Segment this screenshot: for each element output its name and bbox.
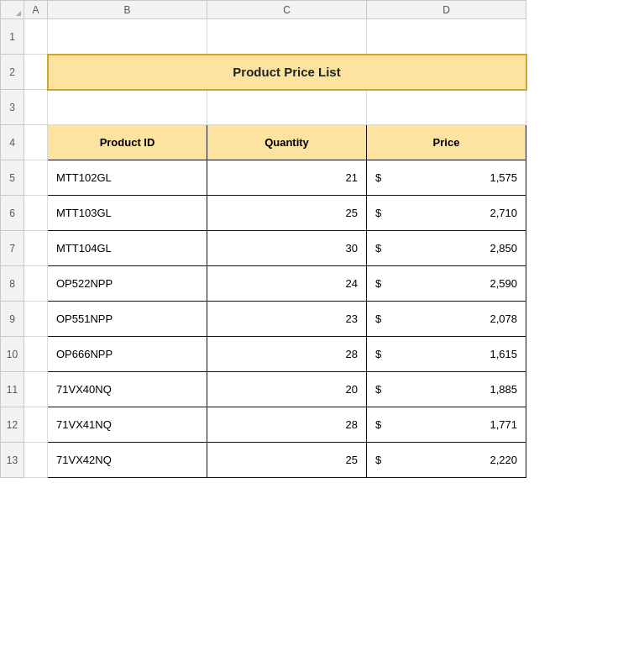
cell-d5-price[interactable]: $ 1,575 <box>367 160 526 196</box>
cell-c1[interactable] <box>207 19 367 55</box>
price-value-6: 2,710 <box>490 207 517 219</box>
price-value-13: 2,220 <box>490 454 517 466</box>
cell-b3[interactable] <box>48 90 207 125</box>
price-value-12: 1,771 <box>490 418 517 431</box>
cell-a8[interactable] <box>24 266 48 302</box>
title-cell[interactable]: Product Price List <box>48 55 526 90</box>
cell-a10[interactable] <box>24 337 48 372</box>
cell-d1[interactable] <box>367 19 526 55</box>
row-num-6[interactable]: 6 <box>1 196 24 231</box>
corner-cell <box>1 1 24 19</box>
row-num-4[interactable]: 4 <box>1 125 24 160</box>
price-value-9: 2,078 <box>490 312 517 325</box>
cell-a12[interactable] <box>24 407 48 443</box>
row-num-3[interactable]: 3 <box>1 90 24 125</box>
row-11: 11 71VX40NQ 20 $ 1,885 <box>1 372 526 407</box>
row-13: 13 71VX42NQ 25 $ 2,220 <box>1 443 526 478</box>
cell-b5-product-id[interactable]: MTT102GL <box>48 160 207 196</box>
cell-c11-quantity[interactable]: 20 <box>207 372 367 407</box>
cell-b13-product-id[interactable]: 71VX42NQ <box>48 443 207 478</box>
cell-a13[interactable] <box>24 443 48 478</box>
cell-c3[interactable] <box>207 90 367 125</box>
row-num-5[interactable]: 5 <box>1 160 24 196</box>
row-3: 3 <box>1 90 526 125</box>
cell-c5-quantity[interactable]: 21 <box>207 160 367 196</box>
cell-b11-product-id[interactable]: 71VX40NQ <box>48 372 207 407</box>
col-header-quantity: Quantity <box>207 125 367 160</box>
cell-a3[interactable] <box>24 90 48 125</box>
price-value-7: 2,850 <box>490 242 517 255</box>
cell-d8-price[interactable]: $ 2,590 <box>367 266 526 302</box>
row-5: 5 MTT102GL 21 $ 1,575 <box>1 160 526 196</box>
col-header-a[interactable]: A <box>24 1 48 19</box>
cell-c12-quantity[interactable]: 28 <box>207 407 367 443</box>
row-10: 10 OP666NPP 28 $ 1,615 <box>1 337 526 372</box>
row-12: 12 71VX41NQ 28 $ 1,771 <box>1 407 526 443</box>
row-num-2[interactable]: 2 <box>1 55 24 90</box>
row-4-table-header: 4 Product ID Quantity Price <box>1 125 526 160</box>
cell-a1[interactable] <box>24 19 48 55</box>
cell-d12-price[interactable]: $ 1,771 <box>367 407 526 443</box>
cell-b12-product-id[interactable]: 71VX41NQ <box>48 407 207 443</box>
row-num-7[interactable]: 7 <box>1 231 24 266</box>
row-2: 2 Product Price List <box>1 55 526 90</box>
cell-b8-product-id[interactable]: OP522NPP <box>48 266 207 302</box>
cell-c8-quantity[interactable]: 24 <box>207 266 367 302</box>
col-header-product-id: Product ID <box>48 125 207 160</box>
price-symbol-6: $ <box>375 207 381 219</box>
cell-a7[interactable] <box>24 231 48 266</box>
col-header-price: Price <box>367 125 526 160</box>
cell-c10-quantity[interactable]: 28 <box>207 337 367 372</box>
row-num-12[interactable]: 12 <box>1 407 24 443</box>
cell-a2[interactable] <box>24 55 48 90</box>
cell-d3[interactable] <box>367 90 526 125</box>
price-symbol-10: $ <box>375 348 381 360</box>
row-8: 8 OP522NPP 24 $ 2,590 <box>1 266 526 302</box>
row-1: 1 <box>1 19 526 55</box>
column-headers: A B C D <box>1 1 526 19</box>
cell-a5[interactable] <box>24 160 48 196</box>
cell-c9-quantity[interactable]: 23 <box>207 302 367 337</box>
cell-b1[interactable] <box>48 19 207 55</box>
col-header-d[interactable]: D <box>367 1 526 19</box>
cell-a4[interactable] <box>24 125 48 160</box>
price-value-10: 1,615 <box>490 348 517 360</box>
price-symbol-8: $ <box>375 277 381 290</box>
row-num-8[interactable]: 8 <box>1 266 24 302</box>
cell-b6-product-id[interactable]: MTT103GL <box>48 196 207 231</box>
price-value-11: 1,885 <box>490 383 517 396</box>
cell-c13-quantity[interactable]: 25 <box>207 443 367 478</box>
price-value-8: 2,590 <box>490 277 517 290</box>
price-symbol-11: $ <box>375 383 381 396</box>
cell-b9-product-id[interactable]: OP551NPP <box>48 302 207 337</box>
cell-b7-product-id[interactable]: MTT104GL <box>48 231 207 266</box>
col-header-b[interactable]: B <box>48 1 207 19</box>
row-num-11[interactable]: 11 <box>1 372 24 407</box>
row-num-9[interactable]: 9 <box>1 302 24 337</box>
cell-d11-price[interactable]: $ 1,885 <box>367 372 526 407</box>
cell-d9-price[interactable]: $ 2,078 <box>367 302 526 337</box>
row-num-1[interactable]: 1 <box>1 19 24 55</box>
row-9: 9 OP551NPP 23 $ 2,078 <box>1 302 526 337</box>
row-num-10[interactable]: 10 <box>1 337 24 372</box>
row-7: 7 MTT104GL 30 $ 2,850 <box>1 231 526 266</box>
grid-table: A B C D 1 2 Product Price List <box>0 0 527 478</box>
row-6: 6 MTT103GL 25 $ 2,710 <box>1 196 526 231</box>
price-symbol-13: $ <box>375 454 381 466</box>
cell-c7-quantity[interactable]: 30 <box>207 231 367 266</box>
cell-a9[interactable] <box>24 302 48 337</box>
cell-c6-quantity[interactable]: 25 <box>207 196 367 231</box>
cell-d10-price[interactable]: $ 1,615 <box>367 337 526 372</box>
cell-d13-price[interactable]: $ 2,220 <box>367 443 526 478</box>
price-symbol-12: $ <box>375 418 381 431</box>
cell-a6[interactable] <box>24 196 48 231</box>
cell-d7-price[interactable]: $ 2,850 <box>367 231 526 266</box>
spreadsheet: A B C D 1 2 Product Price List <box>0 0 644 478</box>
price-symbol-5: $ <box>375 171 381 184</box>
col-header-c[interactable]: C <box>207 1 367 19</box>
cell-d6-price[interactable]: $ 2,710 <box>367 196 526 231</box>
price-symbol-9: $ <box>375 312 381 325</box>
cell-b10-product-id[interactable]: OP666NPP <box>48 337 207 372</box>
cell-a11[interactable] <box>24 372 48 407</box>
row-num-13[interactable]: 13 <box>1 443 24 478</box>
